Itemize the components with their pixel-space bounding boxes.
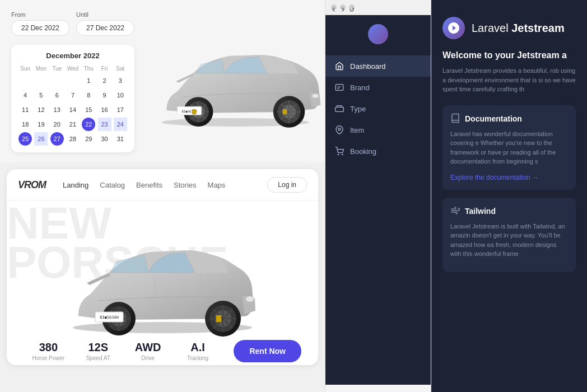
- cal-day-22[interactable]: 22: [82, 118, 95, 131]
- browser-refresh-button[interactable]: [349, 4, 355, 10]
- jetstream-title-bold: Jetstream: [511, 22, 565, 34]
- middle-panel: Dashboard Brand Type: [325, 0, 431, 392]
- day-sat: Sat: [113, 64, 128, 73]
- from-field: From: [11, 11, 69, 36]
- browser-chrome: [325, 0, 431, 15]
- cal-day-30[interactable]: 30: [98, 132, 111, 146]
- left-panel: From Until December 2022 Sun Mon Tue Wed…: [0, 0, 325, 392]
- until-label: Until: [76, 11, 134, 18]
- cal-day-8[interactable]: 8: [82, 88, 95, 102]
- sidebar-item-item[interactable]: Item: [325, 119, 431, 141]
- wind-icon: [450, 206, 460, 217]
- car-top-image: BI●563AH: [146, 0, 325, 162]
- cal-day-7[interactable]: 7: [66, 88, 80, 102]
- cal-day-12[interactable]: 12: [34, 103, 48, 116]
- stat-speed-value: 12S: [73, 341, 123, 354]
- day-tue: Tue: [50, 64, 64, 73]
- cal-day-15[interactable]: 15: [82, 103, 95, 116]
- cal-day-13[interactable]: 13: [50, 103, 64, 116]
- svg-point-50: [342, 154, 343, 155]
- nav-maps[interactable]: Maps: [208, 181, 226, 189]
- sidebar-label-dashboard: Dashboard: [350, 62, 386, 71]
- cal-day-21[interactable]: 21: [66, 118, 80, 131]
- vrom-landing: VROM Landing Catalog Benefits Stories Ma…: [7, 169, 318, 365]
- cal-day[interactable]: [66, 74, 80, 87]
- book-icon: [450, 113, 460, 125]
- login-button[interactable]: Log in: [267, 177, 307, 193]
- svg-rect-20: [192, 109, 197, 114]
- hero-car-image: BI●563AH: [56, 218, 269, 341]
- from-input[interactable]: [11, 20, 69, 36]
- stat-hp-value: 380: [24, 341, 73, 354]
- cal-day-4[interactable]: 4: [18, 88, 32, 102]
- cal-day-23[interactable]: 23: [98, 118, 111, 131]
- calendar-area: From Until December 2022 Sun Mon Tue Wed…: [0, 0, 146, 162]
- jetstream-logo: [442, 17, 465, 39]
- until-input[interactable]: [76, 20, 134, 36]
- cal-day-5[interactable]: 5: [34, 88, 48, 102]
- cal-day[interactable]: [34, 74, 48, 87]
- svg-point-1: [312, 94, 318, 99]
- jetstream-docs-title: Documentation: [450, 113, 568, 125]
- cal-day-9[interactable]: 9: [98, 88, 111, 102]
- sidebar-item-dashboard[interactable]: Dashboard: [325, 55, 431, 77]
- cal-day-25[interactable]: 25: [18, 132, 32, 146]
- cal-day-6[interactable]: 6: [50, 88, 64, 102]
- svg-rect-47: [336, 107, 344, 111]
- stat-tracking: A.I Tracking: [173, 341, 223, 361]
- cal-day-29[interactable]: 29: [82, 132, 95, 146]
- stat-tracking-value: A.I: [173, 341, 223, 354]
- svg-rect-43: [216, 315, 221, 322]
- home-icon: [334, 61, 344, 71]
- nav-catalog[interactable]: Catalog: [100, 181, 125, 189]
- sidebar-label-booking: Booking: [350, 147, 376, 156]
- jetstream-welcome-title: Welcome to your Jetstream a: [442, 50, 576, 60]
- nav-benefits[interactable]: Benefits: [136, 181, 162, 189]
- browser-forward-button[interactable]: [340, 4, 346, 10]
- cal-day-28[interactable]: 28: [66, 132, 80, 146]
- stat-drive: AWD Drive: [123, 341, 173, 361]
- cal-day-31[interactable]: 31: [114, 132, 127, 146]
- cal-day-1[interactable]: 1: [82, 74, 95, 87]
- stat-horsepower: 380 Horse Power: [24, 341, 73, 361]
- cal-day-18[interactable]: 18: [18, 118, 32, 131]
- hero-car: BI●563AH: [24, 218, 301, 341]
- cal-day-26[interactable]: 26: [34, 132, 48, 146]
- sidebar-item-type[interactable]: Type: [325, 98, 431, 119]
- stat-drive-label: Drive: [123, 355, 173, 361]
- cal-day-20[interactable]: 20: [50, 118, 64, 131]
- cal-day[interactable]: [18, 74, 32, 87]
- jetstream-tailwind-title: Tailwind: [450, 206, 568, 217]
- cal-day-17[interactable]: 17: [114, 103, 127, 116]
- sidebar-item-booking[interactable]: Booking: [325, 141, 431, 162]
- rent-now-button[interactable]: Rent Now: [234, 340, 301, 362]
- jetstream-tailwind-card: Tailwind Laravel Jetstream is built with…: [442, 198, 576, 272]
- day-thu: Thu: [81, 64, 96, 73]
- browser-back-button[interactable]: [331, 4, 337, 10]
- jetstream-welcome-desc: Laravel Jetstream provides a beautiful, …: [442, 66, 576, 94]
- cal-day-2[interactable]: 2: [98, 74, 111, 87]
- nav-landing[interactable]: Landing: [63, 181, 88, 189]
- jetstream-docs-desc: Laravel has wonderful documentation cove…: [450, 129, 568, 166]
- cal-day-14[interactable]: 14: [66, 103, 80, 116]
- calendar-grid: Sun Mon Tue Wed Thu Fri Sat 1 2 3: [18, 64, 128, 146]
- item-icon: [334, 125, 344, 135]
- cal-day-3[interactable]: 3: [114, 74, 127, 87]
- sidebar-avatar: [368, 24, 388, 44]
- from-label: From: [11, 11, 69, 18]
- cal-day-24[interactable]: 24: [114, 118, 127, 131]
- cal-day-27[interactable]: 27: [50, 132, 64, 146]
- explore-docs-link[interactable]: Explore the documentation →: [450, 174, 539, 181]
- jetstream-header: Laravel Jetstream: [442, 11, 576, 39]
- cal-day-10[interactable]: 10: [114, 88, 127, 102]
- nav-stories[interactable]: Stories: [174, 181, 196, 189]
- cal-day-16[interactable]: 16: [98, 103, 111, 116]
- cal-day[interactable]: [50, 74, 64, 87]
- day-wed: Wed: [66, 64, 80, 73]
- sidebar-item-brand[interactable]: Brand: [325, 77, 431, 98]
- cal-day-19[interactable]: 19: [34, 118, 48, 131]
- sidebar-label-item: Item: [350, 126, 364, 134]
- svg-point-48: [338, 128, 341, 130]
- cal-day-11[interactable]: 11: [18, 103, 32, 116]
- svg-point-23: [246, 296, 254, 302]
